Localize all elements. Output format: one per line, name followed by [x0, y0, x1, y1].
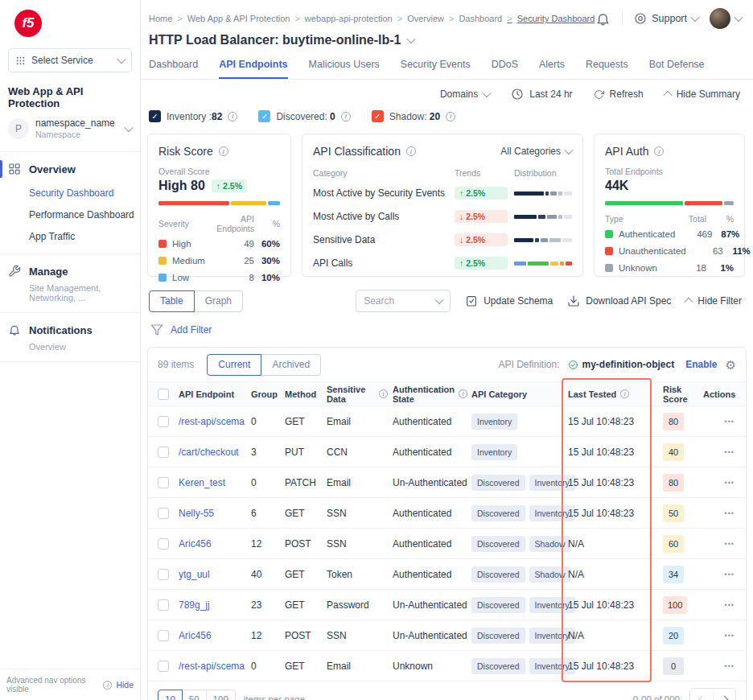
column-header[interactable]: Actions — [703, 389, 747, 399]
sensitive-data-cell: SSN — [327, 508, 393, 519]
view-toggle: TableGraph — [149, 290, 243, 312]
row-actions-button[interactable]: ••• — [725, 662, 746, 670]
row-actions-button[interactable]: ••• — [725, 448, 746, 456]
enable-link[interactable]: Enable — [685, 359, 717, 370]
time-range-picker[interactable]: Last 24 hr — [511, 88, 572, 101]
row-checkbox[interactable] — [158, 508, 169, 519]
sidebar-subitem[interactable]: Performance Dashboard — [29, 209, 140, 220]
chevron-down-icon[interactable] — [406, 35, 415, 43]
tab[interactable]: Requests — [586, 59, 628, 79]
breadcrumb-item[interactable]: Home — [149, 14, 172, 23]
user-menu[interactable] — [710, 8, 742, 29]
sidebar-item-overview: Overview Security DashboardPerformance D… — [0, 152, 140, 254]
notifications-bell-icon[interactable] — [595, 11, 611, 27]
view-toggle-button[interactable]: Table — [149, 290, 195, 312]
api-endpoint-link[interactable]: Keren_test — [179, 477, 251, 488]
row-actions-button[interactable]: ••• — [725, 479, 746, 487]
row-actions-button[interactable]: ••• — [725, 601, 746, 609]
column-header[interactable]: Last Tested — [568, 389, 663, 399]
info-icon[interactable] — [654, 146, 664, 156]
api-endpoint-link[interactable]: /rest-api/scema — [179, 661, 251, 672]
page-size-button[interactable]: 50 — [182, 690, 207, 700]
breadcrumb-item[interactable]: Dashboard — [444, 14, 502, 23]
table-column-headers: API Endpoint Group Method Sensitive Data… — [148, 381, 746, 406]
namespace-selector[interactable]: P namespace_name Namespace — [8, 117, 132, 140]
breadcrumb-item[interactable]: webapp-api-protection — [290, 14, 392, 23]
api-endpoint-link[interactable]: /rest-api/scema — [179, 416, 251, 427]
refresh-button[interactable]: Refresh — [594, 89, 644, 100]
all-categories-dropdown[interactable]: All Categories — [500, 146, 572, 157]
chevron-up-icon — [685, 298, 693, 307]
hide-filter-toggle[interactable]: Hide Filter — [685, 295, 742, 307]
column-header[interactable]: Authentication State — [393, 385, 471, 404]
tab[interactable]: Dashboard — [149, 59, 198, 79]
type-filter-checkbox[interactable]: ✓ Discovered: 0 — [258, 110, 350, 122]
api-endpoint-link[interactable]: /cart/checkout — [179, 447, 251, 458]
column-header[interactable]: Group — [251, 389, 285, 399]
sidebar-subitem[interactable]: App Traffic — [29, 231, 140, 242]
info-icon[interactable] — [406, 146, 416, 156]
type-filter-checkbox[interactable]: ✓ Inventory :82 — [149, 110, 237, 122]
update-schema-button[interactable]: Update Schema — [465, 294, 553, 307]
row-checkbox[interactable] — [158, 477, 169, 488]
breadcrumb-item[interactable]: Overview — [393, 14, 444, 23]
row-checkbox[interactable] — [158, 447, 169, 458]
tab[interactable]: Malicious Users — [309, 59, 380, 79]
tab[interactable]: Bot Defense — [649, 59, 705, 79]
select-all-checkbox[interactable] — [158, 389, 169, 400]
row-actions-button[interactable]: ••• — [725, 632, 746, 640]
search-input[interactable]: Search — [356, 290, 451, 312]
support-menu[interactable]: Support — [634, 12, 698, 25]
page-size-button[interactable]: 100 — [206, 690, 236, 700]
archive-toggle-button[interactable]: Archived — [261, 354, 321, 376]
archive-toggle-button[interactable]: Current — [207, 354, 261, 376]
sidebar-subitem[interactable]: Security Dashboard — [29, 187, 140, 199]
tab[interactable]: API Endpoints — [219, 59, 287, 79]
add-filter-button[interactable]: Add Filter — [171, 324, 212, 336]
row-actions-button[interactable]: ••• — [725, 418, 746, 426]
overall-score-label: Overall Score — [158, 167, 280, 176]
page-size-button[interactable]: 10 — [158, 690, 183, 700]
tab[interactable]: DDoS — [492, 59, 518, 79]
column-header[interactable]: Method — [285, 389, 327, 399]
classification-row: Sensitive Data ↓2.5% — [313, 233, 572, 246]
info-icon[interactable] — [219, 146, 228, 156]
risk-score-card: Risk Score Overall Score High 80 ↑2.5% S… — [147, 134, 291, 277]
row-checkbox[interactable] — [158, 538, 169, 550]
row-checkbox[interactable] — [158, 630, 169, 641]
breadcrumb-item[interactable]: Security Dashboard — [502, 14, 595, 23]
row-checkbox[interactable] — [158, 599, 169, 611]
column-header[interactable]: Sensitive Data — [327, 385, 393, 404]
type-filter-checkbox[interactable]: ✓ Shadow: 20 — [372, 110, 455, 122]
row-checkbox[interactable] — [158, 569, 169, 580]
next-page-button[interactable] — [713, 689, 735, 700]
previous-page-button[interactable] — [690, 689, 713, 700]
download-api-spec-button[interactable]: Download API Spec — [567, 294, 671, 307]
breadcrumb-item[interactable]: Web App & API Protection — [172, 14, 290, 23]
row-checkbox[interactable] — [158, 661, 169, 672]
column-header[interactable]: API Category — [471, 389, 568, 399]
select-service-dropdown[interactable]: Select Service — [8, 48, 132, 72]
sidebar-overview-header[interactable]: Overview — [0, 161, 140, 177]
column-header[interactable]: API Endpoint — [179, 389, 251, 399]
tab[interactable]: Security Events — [401, 59, 471, 79]
hide-summary-toggle[interactable]: Hide Summary — [665, 89, 740, 100]
row-actions-button[interactable]: ••• — [725, 570, 746, 579]
gear-icon[interactable]: ⚙ — [726, 359, 736, 371]
row-actions-button[interactable]: ••• — [725, 509, 746, 517]
api-endpoint-link[interactable]: Nelly-55 — [179, 508, 251, 519]
api-endpoint-link[interactable]: ytg_uul — [179, 569, 251, 580]
column-header[interactable]: Risk Score — [663, 385, 703, 404]
view-toggle-button[interactable]: Graph — [194, 290, 243, 312]
api-endpoint-link[interactable]: Aric456 — [179, 538, 251, 550]
bar-segment — [550, 191, 557, 196]
domains-dropdown[interactable]: Domains — [440, 89, 490, 100]
hide-advanced-nav-link[interactable]: Hide — [116, 680, 134, 690]
row-actions-button[interactable]: ••• — [725, 540, 746, 548]
row-checkbox[interactable] — [158, 416, 169, 427]
sidebar-item-manage[interactable]: Manage Site Management, Networking, ... — [0, 254, 140, 313]
api-endpoint-link[interactable]: Aric456 — [179, 630, 251, 641]
sidebar-item-notifications[interactable]: Notifications Overview — [0, 313, 140, 362]
api-endpoint-link[interactable]: 789g_jj — [179, 599, 251, 611]
tab[interactable]: Alerts — [539, 59, 565, 79]
